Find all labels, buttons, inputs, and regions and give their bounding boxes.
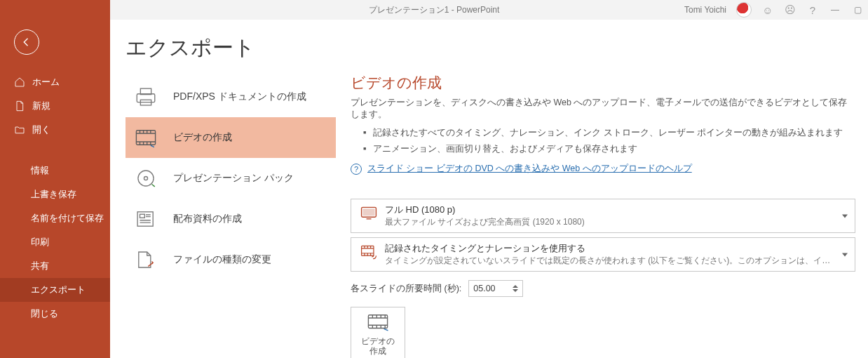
sidebar-label-save: 上書き保存 [31,188,76,201]
pane-bullet-2: アニメーション、画面切り替え、およびメディアも保存されます [363,141,855,157]
svg-rect-0 [137,94,155,102]
sidebar-item-new[interactable]: 新規 [0,94,110,118]
sidebar-label-close: 閉じる [31,307,58,320]
window-title: プレゼンテーション1 - PowerPoint [369,4,500,16]
create-video-button[interactable]: ビデオの 作成 [351,307,405,358]
help-link[interactable]: スライド ショー ビデオの DVD への書き込みや Web へのアップロードのヘ… [367,163,692,175]
quality-title: フル HD (1080 p) [385,204,835,216]
help-link-row: ? スライド ショー ビデオの DVD への書き込みや Web へのアップロード… [351,163,855,175]
sidebar-label-open: 開く [32,124,50,136]
export-item-package[interactable]: プレゼンテーション パック [126,158,336,199]
timing-title: 記録されたタイミングとナレーションを使用する [385,242,835,255]
chevron-down-icon [842,253,848,256]
sidebar-item-share[interactable]: 共有 [0,254,110,278]
timing-subtitle: タイミングが設定されていないスライドでは既定の長さが使われます (以下をご覧くだ… [385,255,835,267]
sidebar-label-info: 情報 [31,164,49,177]
export-label-handout: 配布資料の作成 [173,213,242,225]
svg-rect-9 [363,209,374,216]
sidebar-label-new: 新規 [32,100,50,112]
pane-bullet-1: 記録されたすべてのタイミング、ナレーション、インク ストローク、レーザー ポイン… [363,125,855,141]
sidebar-label-share: 共有 [31,260,49,272]
sidebar-item-print[interactable]: 印刷 [0,230,110,254]
pane-title: ビデオの作成 [351,73,855,93]
user-name[interactable]: Tomi Yoichi [684,5,726,15]
sidebar-item-save[interactable]: 上書き保存 [0,183,110,206]
export-item-video[interactable]: ビデオの作成 [126,117,336,158]
sidebar-item-close[interactable]: 閉じる [0,302,110,326]
sidebar-label-saveas: 名前を付けて保存 [31,212,104,225]
printer-icon [134,86,158,107]
backstage-sidebar: ホーム 新規 開く 情報 上書き保存 名前を付けて保存 印刷 共有 エクスポート… [0,0,110,358]
spinner-icon[interactable] [513,282,521,295]
film-audio-icon [360,244,378,260]
document-icon [14,100,25,112]
user-avatar[interactable] [736,2,752,18]
seconds-value: 05.00 [473,284,495,293]
export-item-pdf[interactable]: PDF/XPS ドキュメントの作成 [126,77,336,117]
chevron-down-icon [842,214,848,218]
create-label-2: 作成 [361,346,395,356]
export-label-filetype: ファイルの種類の変更 [173,253,271,266]
monitor-icon [360,205,378,222]
export-label-pdf: PDF/XPS ドキュメントの作成 [173,91,306,103]
export-label-package: プレゼンテーション パック [173,172,294,185]
sidebar-item-home[interactable]: ホーム [0,70,110,94]
sidebar-label-home: ホーム [32,76,60,88]
help-circle-icon: ? [351,164,362,175]
seconds-row: 各スライドの所要時間 (秒): 05.00 [351,280,855,297]
pane-description: プレゼンテーションを、ディスクへの書き込みや Web へのアップロード、電子メー… [351,97,855,121]
page-title: エクスポート [126,34,855,62]
export-label-video: ビデオの作成 [173,131,232,144]
sidebar-item-open[interactable]: 開く [0,118,110,142]
timing-dropdown[interactable]: 記録されたタイミングとナレーションを使用する タイミングが設定されていないスライ… [351,237,855,272]
sidebar-label-export: エクスポート [31,284,86,296]
sidebar-item-info[interactable]: 情報 [0,159,110,183]
film-export-icon [366,312,390,332]
svg-point-4 [138,171,154,186]
face-sad-icon[interactable]: ☹ [784,4,796,16]
svg-point-5 [144,176,147,180]
svg-rect-11 [368,314,387,328]
minimize-button[interactable]: — [829,5,841,15]
seconds-input[interactable]: 05.00 [468,280,523,297]
seconds-label: 各スライドの所要時間 (秒): [351,283,461,295]
quality-subtitle: 最大ファイル サイズおよび完全高画質 (1920 x 1080) [385,216,835,228]
back-button[interactable] [14,29,39,55]
handout-icon [134,208,158,230]
quality-dropdown[interactable]: フル HD (1080 p) 最大ファイル サイズおよび完全高画質 (1920 … [351,199,855,233]
sidebar-item-export[interactable]: エクスポート [0,278,110,302]
change-filetype-icon [134,249,158,270]
export-item-filetype[interactable]: ファイルの種類の変更 [126,239,336,280]
create-label-1: ビデオの [361,336,395,346]
disc-icon [134,168,158,189]
title-bar: プレゼンテーション1 - PowerPoint Tomi Yoichi ☺ ☹ … [0,0,868,20]
export-option-list: PDF/XPS ドキュメントの作成 ビデオの作成 プレゼンテーション パック 配… [126,77,336,280]
video-pane: ビデオの作成 プレゼンテーションを、ディスクへの書き込みや Web へのアップロ… [351,73,855,358]
sidebar-label-print: 印刷 [31,236,49,248]
export-item-handout[interactable]: 配布資料の作成 [126,199,336,239]
home-icon [14,77,25,88]
maximize-button[interactable]: ▢ [851,5,864,15]
face-smile-icon[interactable]: ☺ [761,4,774,16]
svg-rect-7 [140,214,145,218]
sidebar-item-saveas[interactable]: 名前を付けて保存 [0,206,110,230]
help-icon[interactable]: ? [806,4,819,16]
svg-rect-3 [136,131,155,145]
film-icon [134,127,158,148]
folder-open-icon [14,124,25,135]
